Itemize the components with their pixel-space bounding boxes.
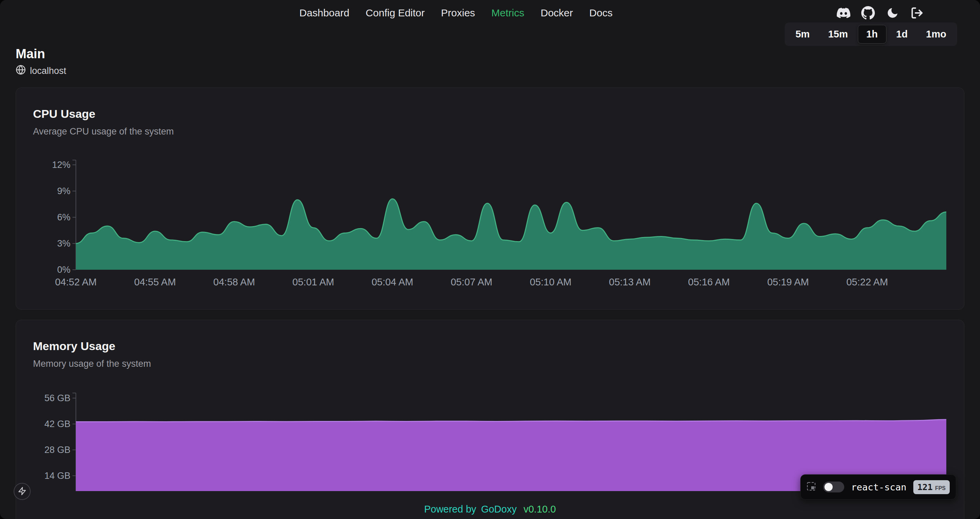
time-range-5m[interactable]: 5m xyxy=(787,25,818,43)
fps-unit: FPS xyxy=(935,485,946,492)
svg-text:04:55 AM: 04:55 AM xyxy=(134,276,176,287)
svg-text:05:16 AM: 05:16 AM xyxy=(688,276,730,287)
svg-text:05:22 AM: 05:22 AM xyxy=(846,276,888,287)
svg-text:04:52 AM: 04:52 AM xyxy=(55,276,97,287)
discord-icon[interactable] xyxy=(837,6,850,20)
host-row: localhost xyxy=(16,65,964,77)
svg-text:3%: 3% xyxy=(57,238,70,249)
fps-badge: 121 FPS xyxy=(913,480,950,494)
time-range-selector: 5m 15m 1h 1d 1mo xyxy=(785,22,957,46)
svg-text:28 GB: 28 GB xyxy=(44,445,70,455)
svg-text:56 GB: 56 GB xyxy=(44,393,70,403)
cpu-usage-subtitle: Average CPU usage of the system xyxy=(33,126,964,137)
top-navigation-bar: Dashboard Config Editor Proxies Metrics … xyxy=(0,0,980,26)
godoxy-link[interactable]: GoDoxy xyxy=(481,504,517,514)
nav-icon-group xyxy=(837,0,924,26)
svg-text:05:13 AM: 05:13 AM xyxy=(609,276,651,287)
footer: Powered by GoDoxy v0.10.0 xyxy=(0,504,980,515)
react-scan-widget: react-scan 121 FPS xyxy=(800,474,956,500)
quick-actions-button[interactable] xyxy=(14,483,30,500)
main-nav: Dashboard Config Editor Proxies Metrics … xyxy=(299,0,612,26)
svg-text:05:01 AM: 05:01 AM xyxy=(292,276,334,287)
nav-item-config-editor[interactable]: Config Editor xyxy=(366,7,425,19)
svg-text:05:04 AM: 05:04 AM xyxy=(372,276,414,287)
powered-by-text: Powered by xyxy=(424,504,476,514)
memory-usage-subtitle: Memory usage of the system xyxy=(33,358,964,369)
svg-text:05:10 AM: 05:10 AM xyxy=(530,276,572,287)
cpu-usage-chart[interactable]: 0%3%6%9%12%04:52 AM04:55 AM04:58 AM05:01… xyxy=(16,155,964,294)
svg-text:42 GB: 42 GB xyxy=(44,419,70,429)
toggle-knob xyxy=(824,483,833,491)
svg-text:05:19 AM: 05:19 AM xyxy=(767,276,809,287)
svg-text:04:58 AM: 04:58 AM xyxy=(213,276,255,287)
memory-usage-title: Memory Usage xyxy=(33,339,964,353)
react-scan-label: react-scan xyxy=(851,482,907,492)
svg-text:12%: 12% xyxy=(52,160,70,170)
svg-text:6%: 6% xyxy=(57,212,70,222)
time-range-1d[interactable]: 1d xyxy=(888,25,916,43)
page-title: Main xyxy=(16,46,964,61)
nav-item-docs[interactable]: Docs xyxy=(589,7,612,19)
nav-item-metrics[interactable]: Metrics xyxy=(492,7,524,19)
nav-item-proxies[interactable]: Proxies xyxy=(441,7,475,19)
nav-item-dashboard[interactable]: Dashboard xyxy=(299,7,350,19)
time-range-1h[interactable]: 1h xyxy=(858,25,886,43)
svg-text:05:07 AM: 05:07 AM xyxy=(450,276,492,287)
app-window: Dashboard Config Editor Proxies Metrics … xyxy=(0,0,980,519)
fps-value: 121 xyxy=(917,482,933,492)
theme-moon-icon[interactable] xyxy=(886,6,899,20)
globe-icon xyxy=(16,65,26,77)
time-range-15m[interactable]: 15m xyxy=(820,25,856,43)
zap-icon xyxy=(18,487,27,497)
svg-text:9%: 9% xyxy=(57,186,70,196)
github-icon[interactable] xyxy=(861,6,875,20)
svg-text:0%: 0% xyxy=(57,265,70,275)
time-range-1mo[interactable]: 1mo xyxy=(917,25,955,43)
nav-item-docker[interactable]: Docker xyxy=(541,7,573,19)
version-label: v0.10.0 xyxy=(523,504,556,514)
react-scan-toggle[interactable] xyxy=(823,482,844,492)
host-label: localhost xyxy=(30,66,66,76)
svg-text:14 GB: 14 GB xyxy=(44,471,70,481)
logout-icon[interactable] xyxy=(910,6,924,20)
inspect-icon[interactable] xyxy=(806,481,816,493)
cpu-usage-title: CPU Usage xyxy=(33,107,964,121)
cpu-usage-card: CPU Usage Average CPU usage of the syste… xyxy=(16,88,964,310)
